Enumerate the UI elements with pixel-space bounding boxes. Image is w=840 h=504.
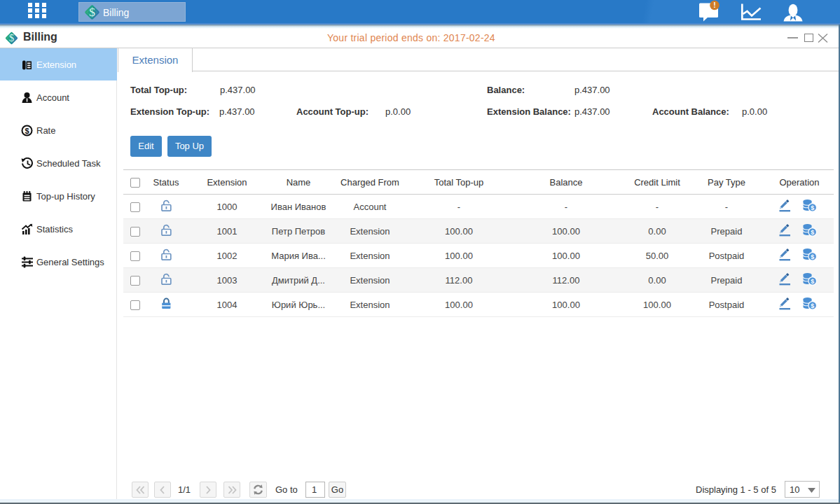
svg-text:$: $: [811, 278, 814, 285]
svg-text:$: $: [811, 229, 814, 236]
svg-text:$: $: [89, 6, 95, 19]
svg-text:$: $: [811, 253, 814, 260]
svg-text:!: !: [713, 1, 716, 9]
svg-text:$: $: [811, 204, 814, 211]
svg-text:$: $: [25, 127, 29, 135]
svg-text:$: $: [811, 302, 814, 309]
svg-text:$: $: [9, 32, 14, 43]
